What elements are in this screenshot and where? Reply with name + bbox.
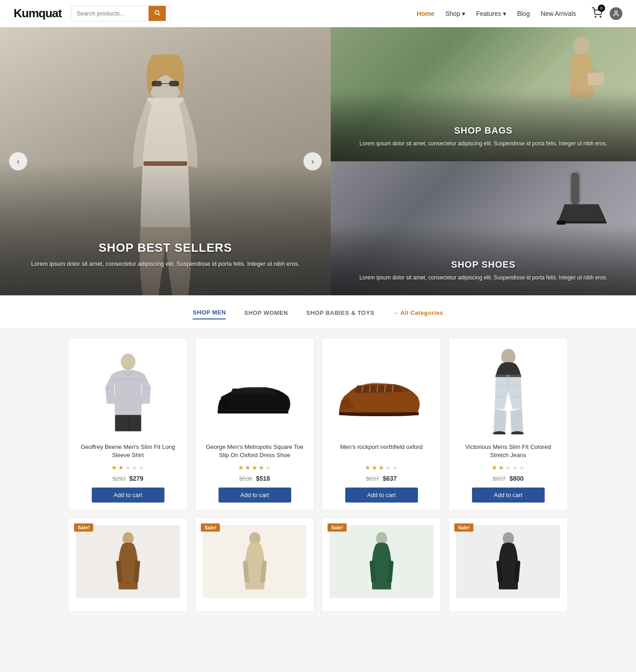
hero-next-button[interactable]: › bbox=[303, 152, 322, 170]
svg-line-1 bbox=[158, 14, 159, 15]
star-4: ★ bbox=[132, 464, 138, 471]
product-stars-1: ★ ★ ★ ★ ★ bbox=[111, 464, 144, 471]
tab-shop-babies-toys[interactable]: SHOP BABIES & TOYS bbox=[306, 309, 374, 319]
shirt-image bbox=[96, 350, 160, 432]
product-image-2 bbox=[203, 346, 307, 437]
star-5: ★ bbox=[519, 464, 525, 471]
cart-button[interactable]: 0 bbox=[591, 7, 602, 20]
hero-left-overlay: SHOP BEST SELLERS Lorem ipsum dolor sit … bbox=[0, 241, 331, 269]
search-button[interactable] bbox=[149, 6, 166, 21]
tab-shop-women[interactable]: SHOP WOMEN bbox=[244, 309, 288, 319]
hero-prev-button[interactable]: ‹ bbox=[9, 152, 27, 170]
chevron-down-icon: ▾ bbox=[503, 10, 506, 17]
star-4: ★ bbox=[385, 464, 391, 471]
search-input[interactable] bbox=[71, 6, 149, 21]
product-image-3 bbox=[329, 346, 433, 437]
sale-badge-7: Sale! bbox=[328, 523, 347, 532]
nav-blog[interactable]: Blog bbox=[517, 10, 530, 17]
star-2: ★ bbox=[498, 464, 504, 471]
svg-point-3 bbox=[600, 16, 601, 17]
price-row-3: $837 $637 bbox=[366, 475, 397, 482]
add-to-cart-1[interactable]: Add to cart bbox=[92, 488, 164, 503]
product-card-4: Victorious Mens Slim Fit Colored Stretch… bbox=[448, 338, 568, 510]
nav-features[interactable]: Features ▾ bbox=[476, 10, 506, 17]
cart-count: 0 bbox=[598, 5, 605, 12]
user-icon bbox=[612, 10, 620, 17]
product-card-2: George Men's Metropolis Square Toe Slip … bbox=[195, 338, 314, 510]
user-icon-button[interactable] bbox=[610, 7, 622, 20]
logo[interactable]: Kumquat bbox=[14, 6, 62, 20]
product-section: Geoffrey Beene Men's Slim Fit Long Sleev… bbox=[0, 329, 636, 626]
price-new-3: $637 bbox=[383, 475, 397, 482]
hero-bags-overlay: SHOP BAGS Lorem ipsum dolor sit amet, co… bbox=[331, 125, 636, 148]
hero-best-sellers[interactable]: ‹ › SHOP BEST SELLERS Lorem ipsum dolor … bbox=[0, 27, 331, 295]
price-row-2: $536 $518 bbox=[239, 475, 270, 482]
product-stars-3: ★ ★ ★ ★ ★ bbox=[365, 464, 398, 471]
product-image-1 bbox=[76, 346, 180, 437]
add-to-cart-2[interactable]: Add to cart bbox=[219, 488, 291, 503]
nav-new-arrivals[interactable]: New Arrivals bbox=[541, 10, 576, 17]
product8-image bbox=[486, 530, 531, 593]
hero-section: ‹ › SHOP BEST SELLERS Lorem ipsum dolor … bbox=[0, 27, 636, 295]
tab-shop-men[interactable]: SHOP MEN bbox=[193, 309, 226, 319]
hero-bags-desc: Lorem ipsum dolor sit amet, consectetur … bbox=[340, 139, 627, 148]
star-1: ★ bbox=[238, 464, 244, 471]
price-new-1: $279 bbox=[129, 475, 143, 482]
hero-left-heading: SHOP BEST SELLERS bbox=[18, 241, 313, 255]
add-to-cart-3[interactable]: Add to cart bbox=[345, 488, 418, 503]
svg-point-15 bbox=[120, 353, 135, 370]
nav-shop[interactable]: Shop ▾ bbox=[445, 10, 465, 17]
sale-badge-5: Sale! bbox=[74, 523, 93, 532]
price-old-4: $837 bbox=[492, 475, 506, 482]
product-card-5: Sale! bbox=[68, 518, 188, 612]
search-bar bbox=[71, 5, 171, 21]
hero-shoes-overlay: SHOP SHOES Lorem ipsum dolor sit amet, c… bbox=[331, 259, 636, 282]
price-new-2: $518 bbox=[256, 475, 270, 482]
price-old-3: $837 bbox=[366, 475, 379, 482]
hero-bags[interactable]: SHOP BAGS Lorem ipsum dolor sit amet, co… bbox=[331, 27, 636, 161]
price-new-4: $800 bbox=[509, 475, 523, 482]
product-image-6 bbox=[203, 525, 307, 598]
star-3: ★ bbox=[378, 464, 384, 471]
star-5: ★ bbox=[139, 464, 144, 471]
star-3: ★ bbox=[505, 464, 511, 471]
product-image-7 bbox=[329, 525, 433, 598]
star-1: ★ bbox=[111, 464, 117, 471]
star-2: ★ bbox=[245, 464, 251, 471]
nav-home[interactable]: Home bbox=[417, 10, 434, 17]
product-title-4: Victorious Mens Slim Fit Colored Stretch… bbox=[456, 443, 560, 460]
svg-point-4 bbox=[615, 11, 617, 13]
price-row-4: $837 $800 bbox=[492, 475, 523, 482]
hero-shoes-heading: SHOP SHOES bbox=[340, 259, 627, 270]
chevron-down-icon: ▾ bbox=[462, 10, 465, 17]
price-row-1: $293 $279 bbox=[112, 475, 143, 482]
product-image-8 bbox=[456, 525, 560, 598]
tab-all-categories[interactable]: → All Categories bbox=[393, 309, 443, 319]
star-3: ★ bbox=[125, 464, 131, 471]
nav-icons: 0 bbox=[591, 7, 622, 20]
svg-point-2 bbox=[595, 16, 596, 17]
product-card-1: Geoffrey Beene Men's Slim Fit Long Sleev… bbox=[68, 338, 188, 510]
sale-badge-8: Sale! bbox=[454, 523, 473, 532]
product-title-3: Men's rockport northfield oxford bbox=[340, 443, 423, 460]
category-tabs: SHOP MEN SHOP WOMEN SHOP BABIES & TOYS →… bbox=[0, 295, 636, 329]
product5-image bbox=[105, 530, 151, 593]
hero-shoes[interactable]: SHOP SHOES Lorem ipsum dolor sit amet, c… bbox=[331, 161, 636, 295]
star-1: ★ bbox=[365, 464, 371, 471]
product-card-6: Sale! bbox=[195, 518, 314, 612]
star-1: ★ bbox=[492, 464, 497, 471]
product-image-5 bbox=[76, 525, 180, 598]
hero-bags-heading: SHOP BAGS bbox=[340, 125, 627, 136]
header: Kumquat Home Shop ▾ Features ▾ Blog New … bbox=[0, 0, 636, 27]
add-to-cart-4[interactable]: Add to cart bbox=[472, 488, 545, 503]
star-2: ★ bbox=[372, 464, 378, 471]
star-3: ★ bbox=[252, 464, 258, 471]
product-title-1: Geoffrey Beene Men's Slim Fit Long Sleev… bbox=[76, 443, 180, 460]
product-image-4 bbox=[456, 346, 560, 437]
search-icon bbox=[154, 10, 160, 16]
product-grid-row1: Geoffrey Beene Men's Slim Fit Long Sleev… bbox=[68, 338, 568, 510]
jeans-image bbox=[477, 348, 540, 434]
svg-point-0 bbox=[155, 10, 159, 14]
product-card-7: Sale! bbox=[322, 518, 441, 612]
star-5: ★ bbox=[265, 464, 271, 471]
